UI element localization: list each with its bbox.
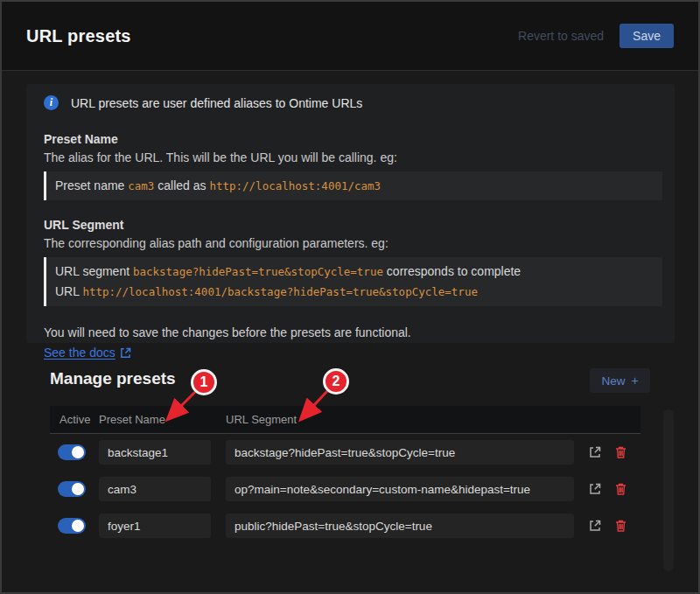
- open-preset-button[interactable]: [589, 520, 601, 532]
- url-segment-section-title: URL Segment: [44, 218, 657, 232]
- intro-row: i URL presets are user defined aliases t…: [44, 95, 657, 110]
- page-title: URL presets: [26, 26, 131, 46]
- active-toggle[interactable]: [58, 518, 86, 534]
- presets-table: Active Preset Name URL Segment: [50, 406, 640, 544]
- manage-presets-title: Manage presets: [50, 369, 176, 388]
- page-header: URL presets Revert to saved Save: [2, 2, 698, 71]
- column-header-url-segment: URL Segment: [226, 413, 640, 426]
- plus-icon: +: [631, 374, 638, 388]
- delete-preset-button[interactable]: [615, 483, 626, 495]
- save-button[interactable]: Save: [620, 24, 674, 48]
- delete-preset-button[interactable]: [615, 446, 626, 458]
- external-link-icon: [589, 483, 601, 495]
- intro-text: URL presets are user defined aliases to …: [71, 96, 362, 110]
- active-toggle[interactable]: [58, 481, 86, 497]
- column-header-preset-name: Preset Name: [99, 413, 226, 426]
- example-text: URL: [55, 284, 82, 298]
- url-segment-input[interactable]: [226, 477, 574, 501]
- example-text: URL segment: [55, 264, 133, 278]
- external-link-icon: [589, 520, 601, 532]
- toggle-knob: [72, 446, 84, 458]
- info-panel: i URL presets are user defined aliases t…: [26, 84, 675, 343]
- url-segment-example: URL segment backstage?hidePast=true&stop…: [44, 257, 662, 306]
- delete-preset-button[interactable]: [615, 520, 626, 532]
- scrollbar[interactable]: [663, 409, 674, 571]
- table-row: [50, 434, 640, 471]
- active-toggle[interactable]: [58, 444, 86, 460]
- open-preset-button[interactable]: [589, 483, 601, 495]
- url-segment-section-description: The corresponding alias path and configu…: [44, 236, 657, 250]
- url-presets-page: URL presets Revert to saved Save i URL p…: [0, 0, 700, 594]
- preset-name-example: Preset name cam3 called as http://localh…: [44, 171, 662, 200]
- table-header: Active Preset Name URL Segment: [50, 406, 640, 434]
- new-button-label: New: [601, 374, 625, 388]
- new-preset-button[interactable]: New +: [590, 368, 650, 393]
- preset-name-section-title: Preset Name: [44, 132, 657, 146]
- header-actions: Revert to saved Save: [518, 24, 674, 48]
- example-segment-code: backstage?hidePast=true&stopCycle=true: [133, 265, 383, 278]
- url-segment-input[interactable]: [226, 440, 574, 465]
- trash-icon: [615, 520, 626, 532]
- example-url-code: http://localhost:4001/cam3: [209, 179, 381, 192]
- example-alias-code: cam3: [128, 179, 154, 192]
- url-segment-input[interactable]: [226, 514, 574, 538]
- trash-icon: [615, 446, 626, 458]
- preset-name-input[interactable]: [99, 514, 211, 538]
- column-header-active: Active: [50, 413, 99, 426]
- table-row: [50, 471, 640, 507]
- example-text: Preset name: [55, 178, 128, 192]
- external-link-icon: [120, 347, 131, 359]
- table-row: [50, 507, 640, 544]
- docs-link-label: See the docs: [44, 346, 116, 360]
- annotation-badge-1: 1: [191, 369, 217, 395]
- annotation-badge-2: 2: [323, 368, 349, 395]
- save-reminder-note: You will need to save the changes before…: [44, 325, 657, 339]
- preset-name-input[interactable]: [99, 477, 211, 501]
- info-icon: i: [44, 95, 59, 110]
- preset-name-input[interactable]: [99, 440, 211, 465]
- toggle-knob: [72, 520, 84, 532]
- example-text: called as: [154, 178, 209, 192]
- revert-to-saved-button[interactable]: Revert to saved: [518, 29, 604, 43]
- trash-icon: [615, 483, 626, 495]
- open-preset-button[interactable]: [589, 446, 601, 458]
- example-text: corresponds to complete: [383, 264, 521, 278]
- preset-name-section-description: The alias for the URL. This will be the …: [44, 150, 657, 164]
- external-link-icon: [589, 446, 601, 458]
- see-the-docs-link[interactable]: See the docs: [44, 346, 131, 360]
- toggle-knob: [72, 483, 84, 495]
- example-full-url-code: http://localhost:4001/backstage?hidePast…: [82, 285, 478, 298]
